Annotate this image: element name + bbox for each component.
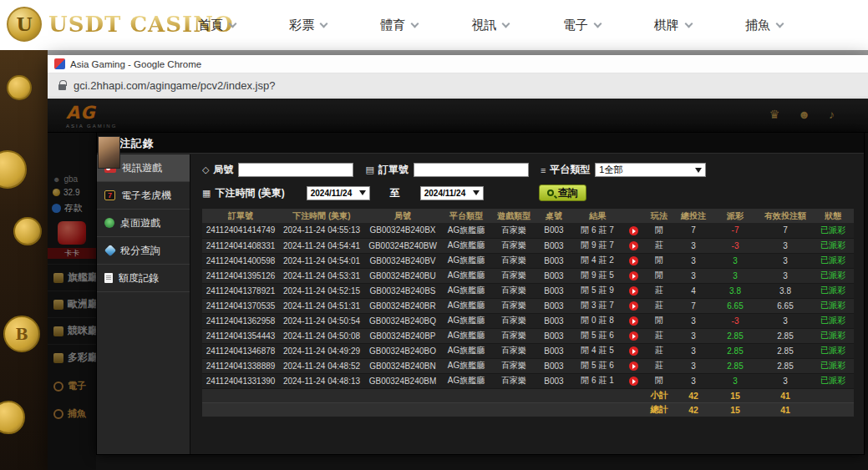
nav-item-4[interactable]: 電子: [563, 18, 601, 33]
platform-label-text: 平台類型: [550, 163, 590, 177]
cell-status: 已派彩: [812, 328, 854, 343]
cell-payout: -3: [712, 238, 759, 253]
play-button[interactable]: [629, 286, 638, 296]
document-icon: [104, 273, 113, 283]
play-button[interactable]: [629, 361, 638, 371]
cell-bet-on: 閒: [643, 313, 675, 328]
cell-time: 2024-11-24 04:49:29: [279, 343, 364, 358]
cell-payout: -7: [712, 223, 759, 238]
cell-game: 百家樂: [491, 343, 536, 358]
address-bar[interactable]: gci.2hhapi.com/agingame/pcv2/index.jsp?: [48, 73, 868, 98]
cell-table: B003: [536, 373, 571, 388]
cell-table: B003: [536, 358, 571, 373]
platform-select[interactable]: 1全部: [595, 163, 706, 177]
cell-result: 閒 5 莊 9: [571, 283, 623, 298]
play-button[interactable]: [629, 377, 638, 386]
bet-time-label-text: 下注時間 (美東): [215, 186, 284, 200]
coin-art: [7, 75, 32, 100]
col-header-1: 下注時間 (美東): [279, 209, 364, 223]
window-title: Asia Gaming - Google Chrome: [70, 59, 201, 69]
play-button[interactable]: [629, 316, 638, 326]
cell-payout: -3: [712, 313, 759, 328]
menu-item-4[interactable]: 額度記錄: [97, 265, 190, 292]
platform-label: ≡ 平台類型: [541, 163, 590, 177]
nav-item-1[interactable]: 彩票: [289, 18, 327, 33]
cell-round: GB00324B240BU: [364, 268, 441, 283]
col-header-5: 桌號: [536, 209, 571, 223]
platform-select-value: 1全部: [599, 164, 622, 176]
cell-time: 2024-11-24 04:50:54: [279, 313, 364, 328]
footer-empty: [812, 402, 854, 417]
nav-item-2[interactable]: 體育: [380, 18, 418, 33]
cell-result: 閒 4 莊 5: [571, 343, 623, 358]
cell-order: 241124041370535: [202, 298, 279, 313]
date-to-select[interactable]: 2024/11/24: [420, 186, 484, 200]
menu-item-label: 稅分查詢: [120, 244, 160, 258]
play-button[interactable]: [629, 256, 638, 265]
cell-result: 閒 5 莊 6: [571, 358, 623, 373]
play-button[interactable]: [629, 331, 638, 341]
play-button[interactable]: [629, 271, 638, 280]
menu-item-3[interactable]: 稅分查詢: [97, 237, 190, 265]
cell-status: 已派彩: [812, 253, 854, 268]
cell-time: 2024-11-24 04:54:41: [279, 238, 364, 253]
search-button[interactable]: 查詢: [539, 184, 586, 201]
nav-item-6[interactable]: 捕魚: [745, 18, 783, 33]
cell-bet-on: 莊: [643, 298, 675, 313]
col-header-3: 平台類型: [441, 209, 491, 223]
cell-bet-total: 3: [675, 238, 712, 253]
cell-round: GB00324B240BQ: [364, 313, 441, 328]
col-header-9: 總投注: [675, 209, 712, 223]
play-button[interactable]: [629, 241, 638, 250]
cell-result: 閒 9 莊 7: [571, 238, 623, 253]
cell-bet-total: 7: [675, 223, 712, 238]
round-input[interactable]: [238, 163, 353, 177]
nav-item-label: 電子: [563, 18, 588, 33]
cell-bet-total: 3: [675, 313, 712, 328]
play-button[interactable]: [629, 301, 638, 311]
cell-valid-bet: 2.85: [759, 328, 812, 343]
cell-result: 閒 4 莊 2: [571, 253, 623, 268]
cell-valid-bet: 2.85: [759, 358, 812, 373]
order-input[interactable]: [414, 163, 529, 177]
cell-order: 241124041331390: [202, 373, 279, 388]
cell-bet-on: 閒: [643, 268, 675, 283]
cell-order: 241124041378921: [202, 283, 279, 298]
cell-payout: 6.65: [712, 298, 759, 313]
nav-item-5[interactable]: 棋牌: [654, 18, 692, 33]
menu-item-1[interactable]: 7電子老虎機: [97, 182, 190, 210]
cell-platform: AG旗艦廳: [441, 238, 491, 253]
cell-result: 閒 6 莊 7: [571, 223, 623, 238]
cell-round: GB00324B240BM: [364, 373, 441, 388]
table-row: 2411240413468782024-11-24 04:49:29GB0032…: [202, 343, 854, 358]
menu-item-2[interactable]: 桌面遊戲: [97, 210, 190, 237]
cell-result: 閒 3 莊 7: [571, 298, 623, 313]
cell-game: 百家樂: [491, 283, 536, 298]
table-row: 2411240414147492024-11-24 04:55:13GB0032…: [202, 223, 854, 238]
panel-menu: 視訊遊戲7電子老虎機桌面遊戲稅分查詢額度記錄: [97, 154, 190, 454]
play-button[interactable]: [629, 226, 638, 235]
coin-art: [13, 217, 42, 245]
chevron-down-icon: [320, 19, 328, 28]
cell-order: 241124041354443: [202, 328, 279, 343]
asia-gaming-favicon: [54, 58, 65, 69]
cell-play: [623, 373, 643, 388]
bet-records-panel: 下注記錄 視訊遊戲7電子老虎機桌面遊戲稅分查詢額度記錄 ◇ 局號 ▤ 訂單號: [96, 132, 865, 455]
cell-game: 百家樂: [491, 373, 536, 388]
play-button[interactable]: [629, 346, 638, 356]
menu-item-label: 電子老虎機: [121, 189, 171, 203]
cell-round: GB00324B240BN: [364, 358, 441, 373]
nav-item-0[interactable]: 首頁: [198, 18, 236, 33]
cell-round: GB00324B240BW: [364, 238, 441, 253]
nav-item-3[interactable]: 視訊: [471, 18, 509, 33]
cell-platform: AG旗艦廳: [441, 358, 491, 373]
footer-bet-total: 42: [675, 402, 712, 417]
window-title-bar[interactable]: Asia Gaming - Google Chrome: [48, 55, 868, 73]
date-from-select[interactable]: 2024/11/24: [307, 186, 370, 200]
cell-order: 241124041346878: [202, 343, 279, 358]
table-row: 2411240413951262024-11-24 04:53:31GB0032…: [202, 268, 854, 283]
cell-valid-bet: 2.85: [759, 343, 812, 358]
cell-time: 2024-11-24 04:48:52: [279, 358, 364, 373]
table-header-row: 訂單號下注時間 (美東)局號平台類型遊戲類型桌號結果玩法總投注派彩有效投注額狀態: [202, 209, 854, 223]
cell-game: 百家樂: [491, 313, 536, 328]
